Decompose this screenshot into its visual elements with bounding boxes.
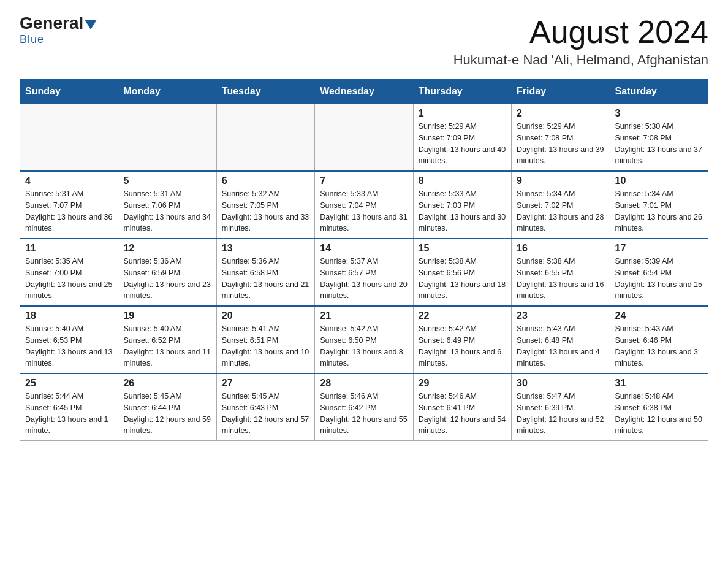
calendar-header-saturday: Saturday: [610, 80, 708, 104]
day-number: 8: [419, 175, 506, 186]
day-number: 1: [419, 108, 506, 119]
day-info: Sunrise: 5:37 AMSunset: 6:57 PMDaylight:…: [320, 256, 408, 302]
logo-arrow-icon: [85, 20, 97, 29]
day-info: Sunrise: 5:36 AMSunset: 6:59 PMDaylight:…: [123, 256, 211, 302]
calendar-week-row-4: 18Sunrise: 5:40 AMSunset: 6:53 PMDayligh…: [20, 306, 708, 373]
calendar-cell: 15Sunrise: 5:38 AMSunset: 6:56 PMDayligh…: [413, 239, 511, 306]
calendar-cell: 18Sunrise: 5:40 AMSunset: 6:53 PMDayligh…: [20, 306, 118, 373]
day-number: 23: [517, 310, 604, 321]
calendar-cell: 8Sunrise: 5:33 AMSunset: 7:03 PMDaylight…: [413, 171, 511, 239]
day-info: Sunrise: 5:34 AMSunset: 7:02 PMDaylight:…: [517, 188, 604, 234]
calendar-table: SundayMondayTuesdayWednesdayThursdayFrid…: [20, 79, 708, 441]
day-number: 31: [615, 378, 703, 389]
day-info: Sunrise: 5:32 AMSunset: 7:05 PMDaylight:…: [222, 188, 309, 234]
day-number: 12: [123, 243, 211, 254]
calendar-cell: 17Sunrise: 5:39 AMSunset: 6:54 PMDayligh…: [610, 239, 708, 306]
day-info: Sunrise: 5:29 AMSunset: 7:09 PMDaylight:…: [419, 121, 506, 167]
day-info: Sunrise: 5:46 AMSunset: 6:41 PMDaylight:…: [419, 391, 506, 437]
calendar-cell: [216, 104, 314, 171]
day-number: 4: [25, 175, 113, 186]
day-info: Sunrise: 5:31 AMSunset: 7:07 PMDaylight:…: [25, 188, 113, 234]
calendar-header-friday: Friday: [512, 80, 610, 104]
page-subtitle: Hukumat-e Nad 'Ali, Helmand, Afghanistan: [453, 52, 708, 68]
day-info: Sunrise: 5:41 AMSunset: 6:51 PMDaylight:…: [222, 323, 309, 369]
calendar-week-row-1: 1Sunrise: 5:29 AMSunset: 7:09 PMDaylight…: [20, 104, 708, 171]
day-info: Sunrise: 5:38 AMSunset: 6:56 PMDaylight:…: [419, 256, 506, 302]
calendar-cell: 12Sunrise: 5:36 AMSunset: 6:59 PMDayligh…: [118, 239, 216, 306]
day-number: 18: [25, 310, 113, 321]
day-info: Sunrise: 5:45 AMSunset: 6:43 PMDaylight:…: [222, 391, 309, 437]
calendar-header-thursday: Thursday: [413, 80, 511, 104]
day-info: Sunrise: 5:44 AMSunset: 6:45 PMDaylight:…: [25, 391, 113, 437]
day-info: Sunrise: 5:35 AMSunset: 7:00 PMDaylight:…: [25, 256, 113, 302]
day-info: Sunrise: 5:47 AMSunset: 6:39 PMDaylight:…: [517, 391, 604, 437]
day-info: Sunrise: 5:42 AMSunset: 6:49 PMDaylight:…: [419, 323, 506, 369]
calendar-cell: 5Sunrise: 5:31 AMSunset: 7:06 PMDaylight…: [118, 171, 216, 239]
calendar-header-monday: Monday: [118, 80, 216, 104]
calendar-header-sunday: Sunday: [20, 80, 118, 104]
calendar-cell: 3Sunrise: 5:30 AMSunset: 7:08 PMDaylight…: [610, 104, 708, 171]
calendar-cell: 11Sunrise: 5:35 AMSunset: 7:00 PMDayligh…: [20, 239, 118, 306]
calendar-cell: 30Sunrise: 5:47 AMSunset: 6:39 PMDayligh…: [512, 373, 610, 441]
day-info: Sunrise: 5:46 AMSunset: 6:42 PMDaylight:…: [320, 391, 408, 437]
day-number: 17: [615, 243, 703, 254]
day-info: Sunrise: 5:33 AMSunset: 7:04 PMDaylight:…: [320, 188, 408, 234]
day-info: Sunrise: 5:40 AMSunset: 6:53 PMDaylight:…: [25, 323, 113, 369]
page-title: August 2024: [453, 15, 708, 50]
calendar-header-wednesday: Wednesday: [315, 80, 413, 104]
day-info: Sunrise: 5:43 AMSunset: 6:46 PMDaylight:…: [615, 323, 703, 369]
day-number: 19: [123, 310, 211, 321]
day-number: 10: [615, 175, 703, 186]
day-info: Sunrise: 5:43 AMSunset: 6:48 PMDaylight:…: [517, 323, 604, 369]
calendar-cell: 27Sunrise: 5:45 AMSunset: 6:43 PMDayligh…: [216, 373, 314, 441]
calendar-cell: 31Sunrise: 5:48 AMSunset: 6:38 PMDayligh…: [610, 373, 708, 441]
calendar-cell: 10Sunrise: 5:34 AMSunset: 7:01 PMDayligh…: [610, 171, 708, 239]
day-number: 25: [25, 378, 113, 389]
calendar-week-row-3: 11Sunrise: 5:35 AMSunset: 7:00 PMDayligh…: [20, 239, 708, 306]
day-info: Sunrise: 5:36 AMSunset: 6:58 PMDaylight:…: [222, 256, 309, 302]
day-info: Sunrise: 5:31 AMSunset: 7:06 PMDaylight:…: [123, 188, 211, 234]
day-info: Sunrise: 5:40 AMSunset: 6:52 PMDaylight:…: [123, 323, 211, 369]
calendar-cell: 24Sunrise: 5:43 AMSunset: 6:46 PMDayligh…: [610, 306, 708, 373]
day-info: Sunrise: 5:38 AMSunset: 6:55 PMDaylight:…: [517, 256, 604, 302]
day-number: 29: [419, 378, 506, 389]
day-number: 14: [320, 243, 408, 254]
logo-general-text: General: [20, 15, 83, 32]
calendar-header-row: SundayMondayTuesdayWednesdayThursdayFrid…: [20, 80, 708, 104]
day-info: Sunrise: 5:39 AMSunset: 6:54 PMDaylight:…: [615, 256, 703, 302]
calendar-cell: 16Sunrise: 5:38 AMSunset: 6:55 PMDayligh…: [512, 239, 610, 306]
page-header: General Blue August 2024 Hukumat-e Nad '…: [20, 15, 708, 68]
day-number: 30: [517, 378, 604, 389]
calendar-cell: 29Sunrise: 5:46 AMSunset: 6:41 PMDayligh…: [413, 373, 511, 441]
calendar-cell: 20Sunrise: 5:41 AMSunset: 6:51 PMDayligh…: [216, 306, 314, 373]
calendar-cell: 13Sunrise: 5:36 AMSunset: 6:58 PMDayligh…: [216, 239, 314, 306]
calendar-cell: 9Sunrise: 5:34 AMSunset: 7:02 PMDaylight…: [512, 171, 610, 239]
day-number: 26: [123, 378, 211, 389]
calendar-cell: 7Sunrise: 5:33 AMSunset: 7:04 PMDaylight…: [315, 171, 413, 239]
calendar-cell: [118, 104, 216, 171]
logo: General Blue: [20, 15, 98, 46]
day-number: 15: [419, 243, 506, 254]
day-info: Sunrise: 5:45 AMSunset: 6:44 PMDaylight:…: [123, 391, 211, 437]
calendar-cell: 25Sunrise: 5:44 AMSunset: 6:45 PMDayligh…: [20, 373, 118, 441]
day-number: 16: [517, 243, 604, 254]
day-info: Sunrise: 5:30 AMSunset: 7:08 PMDaylight:…: [615, 121, 703, 167]
calendar-cell: 26Sunrise: 5:45 AMSunset: 6:44 PMDayligh…: [118, 373, 216, 441]
day-info: Sunrise: 5:42 AMSunset: 6:50 PMDaylight:…: [320, 323, 408, 369]
calendar-week-row-5: 25Sunrise: 5:44 AMSunset: 6:45 PMDayligh…: [20, 373, 708, 441]
calendar-cell: 22Sunrise: 5:42 AMSunset: 6:49 PMDayligh…: [413, 306, 511, 373]
day-info: Sunrise: 5:34 AMSunset: 7:01 PMDaylight:…: [615, 188, 703, 234]
calendar-week-row-2: 4Sunrise: 5:31 AMSunset: 7:07 PMDaylight…: [20, 171, 708, 239]
calendar-cell: [315, 104, 413, 171]
calendar-cell: 19Sunrise: 5:40 AMSunset: 6:52 PMDayligh…: [118, 306, 216, 373]
day-info: Sunrise: 5:29 AMSunset: 7:08 PMDaylight:…: [517, 121, 604, 167]
day-number: 11: [25, 243, 113, 254]
day-info: Sunrise: 5:33 AMSunset: 7:03 PMDaylight:…: [419, 188, 506, 234]
calendar-header-tuesday: Tuesday: [216, 80, 314, 104]
day-number: 6: [222, 175, 309, 186]
day-number: 2: [517, 108, 604, 119]
calendar-cell: 21Sunrise: 5:42 AMSunset: 6:50 PMDayligh…: [315, 306, 413, 373]
calendar-cell: 23Sunrise: 5:43 AMSunset: 6:48 PMDayligh…: [512, 306, 610, 373]
calendar-cell: 6Sunrise: 5:32 AMSunset: 7:05 PMDaylight…: [216, 171, 314, 239]
day-info: Sunrise: 5:48 AMSunset: 6:38 PMDaylight:…: [615, 391, 703, 437]
